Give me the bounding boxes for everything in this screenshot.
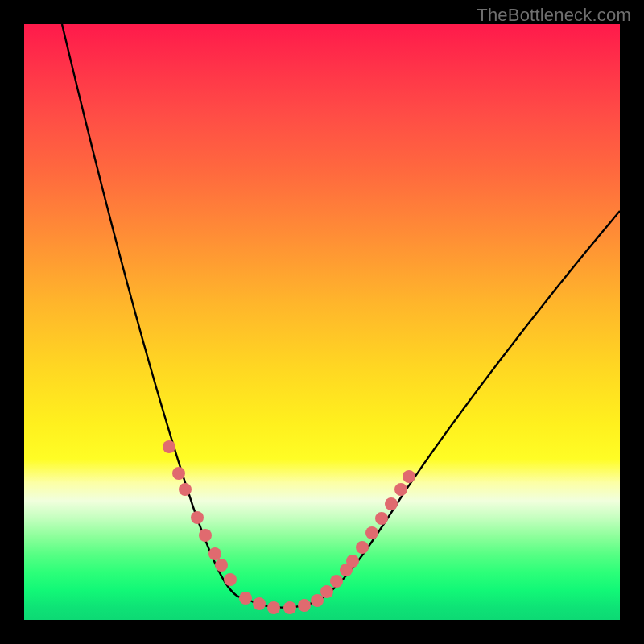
data-point [253,597,266,610]
data-point [163,440,175,453]
data-point [283,601,296,614]
data-point [208,547,221,560]
data-point [172,467,185,480]
data-point [365,526,378,539]
data-point [224,573,237,586]
data-point [402,470,415,483]
data-point [385,497,398,510]
bottleneck-curve [62,24,620,608]
curve-svg [24,24,620,620]
watermark-label: TheBottleneck.com [477,5,631,26]
data-point [394,483,407,496]
data-point [215,559,228,572]
data-point [191,511,204,524]
data-point [346,555,359,568]
data-point [375,512,388,525]
chart-frame: TheBottleneck.com [0,0,644,644]
data-point [267,601,280,614]
data-point [356,541,369,554]
data-point [298,599,311,612]
data-point [199,529,212,542]
plot-area [24,24,620,620]
data-point [311,594,324,607]
data-point [320,585,333,598]
data-point [330,575,343,588]
data-point [179,483,192,496]
data-point [239,592,252,605]
